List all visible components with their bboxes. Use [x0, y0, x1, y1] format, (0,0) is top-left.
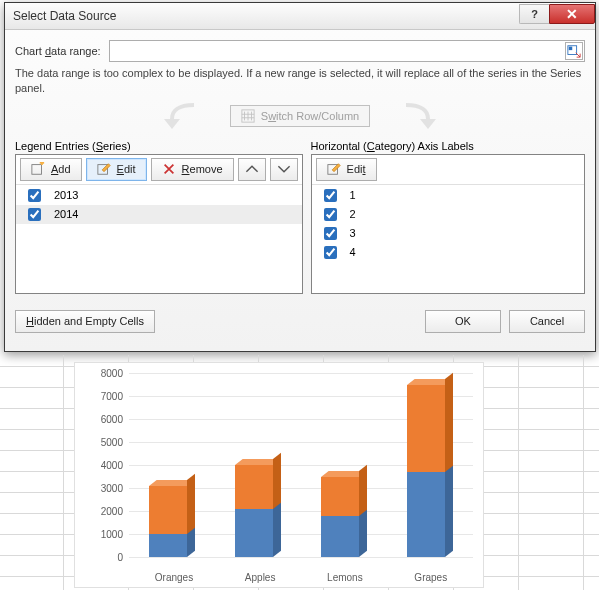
ytick-label: 7000 — [83, 391, 123, 402]
chart-xlabels: OrangesApplesLemonsGrapes — [129, 572, 473, 583]
category-item-label: 1 — [350, 189, 356, 201]
move-up-button[interactable] — [238, 158, 266, 181]
series-item-label: 2014 — [54, 208, 78, 220]
category-item-label: 3 — [350, 227, 356, 239]
category-item-label: 2 — [350, 208, 356, 220]
cancel-button[interactable]: Cancel — [509, 310, 585, 333]
chart[interactable]: 010002000300040005000600070008000 Orange… — [74, 362, 484, 588]
category-checkbox[interactable] — [324, 208, 337, 221]
edit-icon — [327, 162, 341, 176]
list-item[interactable]: 2 — [312, 205, 584, 224]
category-list[interactable]: 1 2 3 4 — [312, 185, 584, 293]
arrow-right-icon — [370, 101, 442, 131]
title-bar: Select Data Source ? ✕ — [5, 3, 595, 30]
list-item[interactable]: 2014 — [16, 205, 302, 224]
list-item[interactable]: 2013 — [16, 186, 302, 205]
edit-series-button[interactable]: Edit — [86, 158, 147, 181]
xlabel: Apples — [245, 572, 276, 583]
chevron-down-icon — [277, 162, 291, 176]
list-item[interactable]: 4 — [312, 243, 584, 262]
edit-icon — [97, 162, 111, 176]
ok-button[interactable]: OK — [425, 310, 501, 333]
list-item[interactable]: 3 — [312, 224, 584, 243]
ytick-label: 3000 — [83, 483, 123, 494]
category-item-label: 4 — [350, 246, 356, 258]
ytick-label: 4000 — [83, 460, 123, 471]
category-checkbox[interactable] — [324, 227, 337, 240]
close-button[interactable]: ✕ — [549, 4, 595, 24]
range-note: The data range is too complex to be disp… — [15, 66, 585, 96]
ytick-label: 8000 — [83, 368, 123, 379]
list-item[interactable]: 1 — [312, 186, 584, 205]
xlabel: Lemons — [327, 572, 363, 583]
svg-rect-3 — [32, 165, 42, 175]
add-label: dd — [58, 163, 70, 175]
remove-label: emove — [190, 163, 223, 175]
move-down-button[interactable] — [270, 158, 298, 181]
add-icon — [31, 162, 45, 176]
chart-plot: 010002000300040005000600070008000 — [129, 373, 473, 557]
remove-icon — [162, 162, 176, 176]
ytick-label: 0 — [83, 552, 123, 563]
ytick-label: 6000 — [83, 414, 123, 425]
switch-icon — [241, 109, 255, 123]
category-checkbox[interactable] — [324, 189, 337, 202]
category-pane-label: Horizontal (Category) Axis Labels — [311, 140, 585, 152]
range-picker-icon — [567, 44, 581, 58]
arrow-left-icon — [158, 101, 230, 131]
series-item-label: 2013 — [54, 189, 78, 201]
series-checkbox[interactable] — [28, 189, 41, 202]
series-pane: Legend Entries (Series) Add Edit — [15, 140, 303, 294]
collapse-dialog-button[interactable] — [565, 42, 583, 60]
ytick-label: 2000 — [83, 506, 123, 517]
help-button[interactable]: ? — [519, 4, 549, 24]
help-icon: ? — [531, 8, 538, 20]
ytick-label: 1000 — [83, 529, 123, 540]
switch-row-column-button[interactable]: Switch Row/Column — [230, 105, 370, 127]
add-series-button[interactable]: Add — [20, 158, 82, 181]
hidden-empty-cells-button[interactable]: Hidden and Empty Cells — [15, 310, 155, 333]
xlabel: Oranges — [155, 572, 193, 583]
category-pane: Horizontal (Category) Axis Labels Edit 1 — [311, 140, 585, 294]
edit-label: dit — [124, 163, 136, 175]
select-data-source-dialog: Select Data Source ? ✕ Chart data range: — [4, 2, 596, 352]
series-checkbox[interactable] — [28, 208, 41, 221]
svg-rect-1 — [569, 47, 573, 51]
edit-category-button[interactable]: Edit — [316, 158, 377, 181]
close-icon: ✕ — [566, 6, 578, 22]
chevron-up-icon — [245, 162, 259, 176]
dialog-title: Select Data Source — [13, 9, 116, 23]
series-pane-label: Legend Entries (Series) — [15, 140, 303, 152]
category-checkbox[interactable] — [324, 246, 337, 259]
ytick-label: 5000 — [83, 437, 123, 448]
data-range-label: Chart data range: — [15, 45, 101, 57]
xlabel: Grapes — [414, 572, 447, 583]
data-range-input[interactable] — [109, 40, 585, 62]
remove-series-button[interactable]: Remove — [151, 158, 234, 181]
series-list[interactable]: 2013 2014 — [16, 185, 302, 293]
